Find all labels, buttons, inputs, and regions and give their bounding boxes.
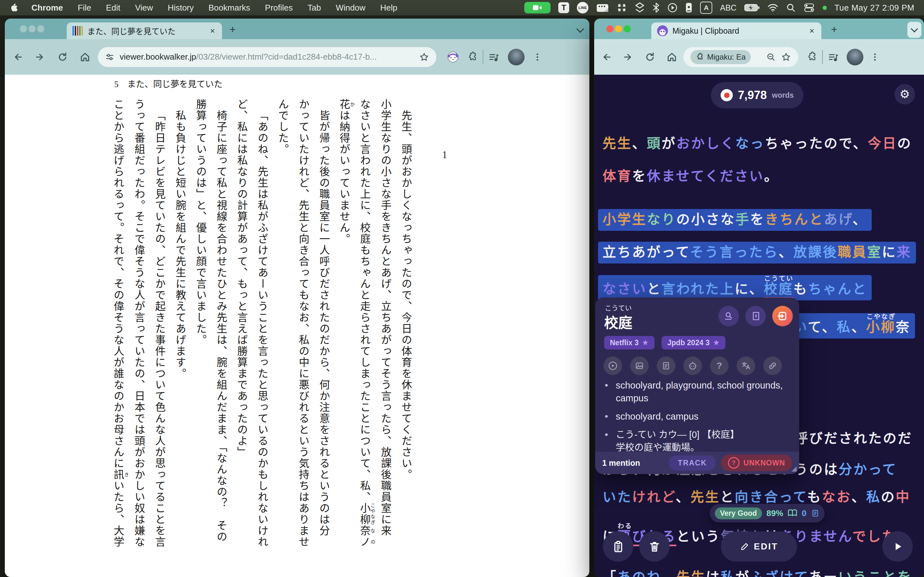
word-segment[interactable]: なさい bbox=[603, 282, 647, 297]
word-segment[interactable]: 小学生 bbox=[603, 212, 647, 227]
zoom-out-icon[interactable] bbox=[766, 52, 776, 62]
word-segment[interactable]: ふざけて bbox=[750, 570, 809, 577]
word-segment[interactable]: に bbox=[882, 245, 897, 259]
url-text[interactable]: viewer.bookwalker.jp/03/28/viewer.html?c… bbox=[120, 52, 414, 62]
word-segment[interactable]: きちんと bbox=[765, 212, 824, 227]
add-to-collection-icon[interactable] bbox=[772, 306, 793, 326]
close-window-button[interactable] bbox=[20, 25, 27, 32]
control-center-icon[interactable] bbox=[803, 3, 815, 12]
word-segment[interactable]: が bbox=[735, 570, 750, 577]
close-window-button[interactable] bbox=[606, 25, 614, 32]
instant-card-icon[interactable] bbox=[745, 306, 766, 326]
abc-input-label[interactable]: ABC bbox=[720, 3, 736, 13]
word-segment[interactable]: 先生 bbox=[690, 490, 720, 504]
word-segment[interactable]: 、 bbox=[676, 490, 690, 504]
home-icon[interactable] bbox=[665, 50, 679, 64]
facetime-camera-icon[interactable] bbox=[524, 2, 551, 13]
word-segment[interactable]: 、 bbox=[853, 212, 867, 227]
word-segment[interactable]: 先生 bbox=[603, 136, 632, 151]
minimize-window-button[interactable] bbox=[615, 25, 622, 32]
track-button[interactable]: TRACK bbox=[669, 456, 716, 471]
word-segment[interactable]: 体育 bbox=[603, 169, 632, 184]
word-segment[interactable]: 職員 bbox=[838, 245, 867, 259]
edit-button[interactable]: EDIT bbox=[721, 532, 797, 562]
mentions-count[interactable]: 1 mention bbox=[602, 458, 640, 468]
word-segment[interactable]: あー bbox=[809, 570, 838, 577]
bookmark-star-icon[interactable] bbox=[419, 52, 429, 62]
apple-menu-icon[interactable] bbox=[10, 3, 18, 13]
word-segment[interactable]: 、 bbox=[662, 570, 676, 577]
word-segment[interactable]: 小柳こやなぎ bbox=[866, 319, 896, 335]
netflix-frequency-chip[interactable]: Netflix 3★ bbox=[604, 336, 654, 350]
word-segment[interactable]: の bbox=[881, 490, 896, 504]
word-segment[interactable]: 立ちあがって bbox=[603, 245, 690, 259]
word-segment[interactable]: という bbox=[676, 529, 720, 544]
word-segment[interactable]: 中 bbox=[896, 490, 911, 504]
word-segment[interactable]: の bbox=[897, 136, 912, 151]
menu-item-help[interactable]: Help bbox=[380, 3, 397, 13]
tab-close-icon[interactable]: × bbox=[808, 26, 816, 36]
word-segment[interactable]: 来 bbox=[897, 245, 911, 259]
delete-button[interactable] bbox=[639, 531, 670, 562]
word-segment[interactable]: 小さな bbox=[691, 212, 735, 227]
word-segment[interactable]: も bbox=[807, 490, 822, 504]
profile-avatar[interactable] bbox=[508, 49, 525, 65]
minimize-window-button[interactable] bbox=[29, 25, 36, 32]
menu-item-tab[interactable]: Tab bbox=[308, 3, 321, 13]
image-icon[interactable] bbox=[630, 356, 649, 375]
back-icon[interactable] bbox=[599, 50, 614, 64]
word-segment[interactable]: あげ bbox=[824, 212, 853, 227]
link-icon[interactable] bbox=[763, 356, 782, 375]
word-segment[interactable]: 、 bbox=[632, 136, 647, 151]
search-mentions-icon[interactable] bbox=[718, 306, 739, 326]
word-segment[interactable]: は bbox=[706, 570, 720, 577]
new-tab-button[interactable]: + bbox=[229, 23, 236, 35]
word-segment[interactable]: 私 bbox=[720, 570, 735, 577]
word-segment[interactable]: 、 bbox=[851, 319, 866, 335]
site-settings-icon[interactable] bbox=[105, 52, 115, 62]
word-segment[interactable]: びだされたのだ bbox=[809, 431, 913, 446]
clipboard-button[interactable] bbox=[603, 531, 633, 562]
back-icon[interactable] bbox=[11, 50, 25, 64]
extensions-puzzle-icon[interactable] bbox=[465, 50, 479, 64]
browser-menu-kebab-icon[interactable] bbox=[868, 50, 882, 64]
word-segment[interactable]: なっ bbox=[735, 136, 765, 151]
unknown-status-button[interactable]: ? UNKNOWN bbox=[721, 455, 792, 471]
menu-item-chrome[interactable]: Chrome bbox=[31, 3, 63, 13]
forward-icon[interactable] bbox=[33, 50, 47, 64]
word-segment[interactable]: 分かって bbox=[838, 462, 897, 477]
tab-bookwalker[interactable]: また、同じ夢を見ていた × bbox=[67, 23, 222, 39]
word-segment[interactable]: 、 bbox=[779, 245, 793, 259]
word-segment[interactable]: と bbox=[720, 490, 735, 504]
word-segment[interactable]: けれど bbox=[632, 490, 676, 504]
word-segment[interactable]: なお bbox=[822, 490, 851, 504]
word-segment[interactable]: 。 bbox=[764, 169, 779, 184]
display-expand-icon[interactable] bbox=[617, 3, 627, 13]
popup-resize-handle[interactable] bbox=[792, 466, 796, 472]
word-segment[interactable]: 先生 bbox=[676, 570, 706, 577]
word-segment[interactable]: の bbox=[676, 212, 691, 227]
tab-migaku-clipboard[interactable]: Migaku | Clipboard × bbox=[651, 23, 821, 39]
address-bar[interactable]: viewer.bookwalker.jp/03/28/viewer.html?c… bbox=[98, 47, 436, 67]
forward-icon[interactable] bbox=[621, 50, 635, 64]
word-segment[interactable]: も bbox=[793, 282, 808, 297]
help-icon[interactable]: ? bbox=[710, 356, 729, 375]
home-icon[interactable] bbox=[78, 50, 92, 64]
word-segment[interactable]: と bbox=[647, 282, 662, 297]
play-icon[interactable] bbox=[604, 356, 622, 375]
word-segment[interactable]: に、 bbox=[735, 282, 764, 297]
profile-avatar[interactable] bbox=[846, 49, 863, 65]
menu-item-file[interactable]: File bbox=[78, 3, 91, 13]
address-bar[interactable]: Migaku: Ea bbox=[683, 47, 798, 67]
word-segment[interactable]: 今日 bbox=[867, 136, 897, 151]
line-app-icon[interactable]: LINE bbox=[577, 2, 588, 13]
word-segment[interactable]: ちゃったので、 bbox=[765, 136, 867, 151]
word-segment[interactable]: 、 bbox=[851, 490, 866, 504]
word-segment[interactable]: 私 bbox=[837, 319, 851, 335]
reading-list-icon[interactable] bbox=[826, 50, 840, 64]
input-source-icon[interactable]: A bbox=[700, 2, 712, 14]
extension-url-chip[interactable]: Migaku: Ea bbox=[690, 50, 751, 64]
reload-icon[interactable] bbox=[55, 50, 69, 64]
reading-list-icon[interactable] bbox=[487, 50, 501, 64]
word-segment[interactable]: なり bbox=[647, 212, 676, 227]
